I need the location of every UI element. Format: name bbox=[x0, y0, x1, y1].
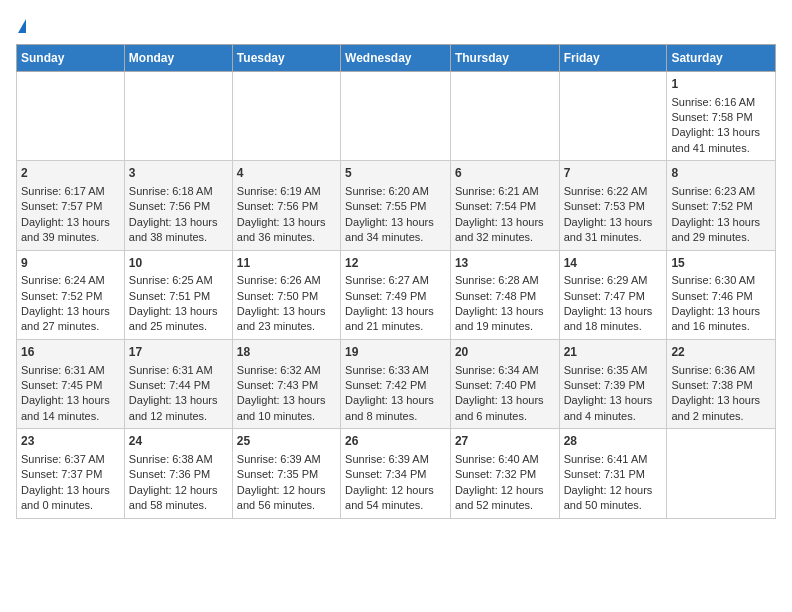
day-info: Sunrise: 6:20 AM bbox=[345, 184, 446, 199]
day-info: and 32 minutes. bbox=[455, 230, 555, 245]
calendar-week-row: 16Sunrise: 6:31 AMSunset: 7:45 PMDayligh… bbox=[17, 339, 776, 428]
day-info: and 16 minutes. bbox=[671, 319, 771, 334]
day-number: 1 bbox=[671, 76, 771, 93]
day-info: Daylight: 13 hours bbox=[671, 215, 771, 230]
day-number: 26 bbox=[345, 433, 446, 450]
day-number: 18 bbox=[237, 344, 336, 361]
day-info: Sunset: 7:37 PM bbox=[21, 467, 120, 482]
day-info: Sunset: 7:57 PM bbox=[21, 199, 120, 214]
day-info: Sunrise: 6:23 AM bbox=[671, 184, 771, 199]
logo bbox=[16, 16, 26, 36]
day-info: Sunrise: 6:39 AM bbox=[345, 452, 446, 467]
day-info: Sunrise: 6:18 AM bbox=[129, 184, 228, 199]
day-info: Sunrise: 6:26 AM bbox=[237, 273, 336, 288]
day-info: Daylight: 13 hours bbox=[129, 393, 228, 408]
calendar-week-row: 2Sunrise: 6:17 AMSunset: 7:57 PMDaylight… bbox=[17, 161, 776, 250]
day-number: 5 bbox=[345, 165, 446, 182]
day-info: Sunset: 7:45 PM bbox=[21, 378, 120, 393]
day-info: and 10 minutes. bbox=[237, 409, 336, 424]
day-info: Sunset: 7:51 PM bbox=[129, 289, 228, 304]
day-info: Daylight: 13 hours bbox=[564, 215, 663, 230]
calendar-table: SundayMondayTuesdayWednesdayThursdayFrid… bbox=[16, 44, 776, 519]
day-number: 17 bbox=[129, 344, 228, 361]
calendar-cell: 9Sunrise: 6:24 AMSunset: 7:52 PMDaylight… bbox=[17, 250, 125, 339]
day-info: Sunset: 7:35 PM bbox=[237, 467, 336, 482]
calendar-week-row: 9Sunrise: 6:24 AMSunset: 7:52 PMDaylight… bbox=[17, 250, 776, 339]
day-info: and 4 minutes. bbox=[564, 409, 663, 424]
page-header bbox=[16, 16, 776, 36]
day-info: Sunrise: 6:31 AM bbox=[129, 363, 228, 378]
day-number: 23 bbox=[21, 433, 120, 450]
calendar-cell: 26Sunrise: 6:39 AMSunset: 7:34 PMDayligh… bbox=[341, 429, 451, 518]
day-info: and 6 minutes. bbox=[455, 409, 555, 424]
day-info: and 8 minutes. bbox=[345, 409, 446, 424]
day-info: Sunset: 7:32 PM bbox=[455, 467, 555, 482]
day-number: 6 bbox=[455, 165, 555, 182]
day-info: Daylight: 12 hours bbox=[237, 483, 336, 498]
calendar-cell: 18Sunrise: 6:32 AMSunset: 7:43 PMDayligh… bbox=[232, 339, 340, 428]
day-number: 3 bbox=[129, 165, 228, 182]
day-info: Sunset: 7:58 PM bbox=[671, 110, 771, 125]
column-header-monday: Monday bbox=[124, 44, 232, 71]
calendar-cell: 13Sunrise: 6:28 AMSunset: 7:48 PMDayligh… bbox=[450, 250, 559, 339]
day-info: Daylight: 13 hours bbox=[671, 304, 771, 319]
day-info: Sunrise: 6:31 AM bbox=[21, 363, 120, 378]
day-info: Daylight: 13 hours bbox=[237, 215, 336, 230]
day-info: and 52 minutes. bbox=[455, 498, 555, 513]
day-info: Sunset: 7:56 PM bbox=[237, 199, 336, 214]
day-info: Sunset: 7:54 PM bbox=[455, 199, 555, 214]
day-info: and 34 minutes. bbox=[345, 230, 446, 245]
day-number: 10 bbox=[129, 255, 228, 272]
day-info: Sunset: 7:53 PM bbox=[564, 199, 663, 214]
column-header-thursday: Thursday bbox=[450, 44, 559, 71]
day-info: Sunset: 7:50 PM bbox=[237, 289, 336, 304]
day-info: Daylight: 12 hours bbox=[345, 483, 446, 498]
day-info: and 14 minutes. bbox=[21, 409, 120, 424]
day-info: and 12 minutes. bbox=[129, 409, 228, 424]
day-info: Daylight: 13 hours bbox=[345, 215, 446, 230]
day-info: and 39 minutes. bbox=[21, 230, 120, 245]
day-info: Sunrise: 6:19 AM bbox=[237, 184, 336, 199]
calendar-cell: 19Sunrise: 6:33 AMSunset: 7:42 PMDayligh… bbox=[341, 339, 451, 428]
day-info: Sunrise: 6:29 AM bbox=[564, 273, 663, 288]
day-info: Daylight: 12 hours bbox=[564, 483, 663, 498]
day-info: and 18 minutes. bbox=[564, 319, 663, 334]
day-info: Sunset: 7:31 PM bbox=[564, 467, 663, 482]
day-info: Daylight: 13 hours bbox=[455, 215, 555, 230]
day-info: Sunrise: 6:33 AM bbox=[345, 363, 446, 378]
day-number: 13 bbox=[455, 255, 555, 272]
day-info: Sunset: 7:49 PM bbox=[345, 289, 446, 304]
calendar-cell bbox=[667, 429, 776, 518]
calendar-cell: 7Sunrise: 6:22 AMSunset: 7:53 PMDaylight… bbox=[559, 161, 667, 250]
calendar-cell: 17Sunrise: 6:31 AMSunset: 7:44 PMDayligh… bbox=[124, 339, 232, 428]
column-header-friday: Friday bbox=[559, 44, 667, 71]
day-info: and 29 minutes. bbox=[671, 230, 771, 245]
day-info: and 36 minutes. bbox=[237, 230, 336, 245]
day-info: Sunset: 7:48 PM bbox=[455, 289, 555, 304]
day-number: 2 bbox=[21, 165, 120, 182]
calendar-header-row: SundayMondayTuesdayWednesdayThursdayFrid… bbox=[17, 44, 776, 71]
day-info: Daylight: 13 hours bbox=[671, 393, 771, 408]
day-info: Sunrise: 6:37 AM bbox=[21, 452, 120, 467]
day-number: 8 bbox=[671, 165, 771, 182]
day-info: and 38 minutes. bbox=[129, 230, 228, 245]
day-info: Sunrise: 6:39 AM bbox=[237, 452, 336, 467]
day-info: Sunrise: 6:16 AM bbox=[671, 95, 771, 110]
day-number: 9 bbox=[21, 255, 120, 272]
day-info: Sunrise: 6:22 AM bbox=[564, 184, 663, 199]
calendar-cell bbox=[559, 71, 667, 160]
day-info: Daylight: 13 hours bbox=[345, 393, 446, 408]
day-info: Sunset: 7:46 PM bbox=[671, 289, 771, 304]
calendar-cell: 8Sunrise: 6:23 AMSunset: 7:52 PMDaylight… bbox=[667, 161, 776, 250]
calendar-cell: 12Sunrise: 6:27 AMSunset: 7:49 PMDayligh… bbox=[341, 250, 451, 339]
day-info: Sunrise: 6:30 AM bbox=[671, 273, 771, 288]
calendar-cell: 27Sunrise: 6:40 AMSunset: 7:32 PMDayligh… bbox=[450, 429, 559, 518]
day-info: Sunrise: 6:35 AM bbox=[564, 363, 663, 378]
calendar-cell: 4Sunrise: 6:19 AMSunset: 7:56 PMDaylight… bbox=[232, 161, 340, 250]
day-info: Daylight: 13 hours bbox=[129, 215, 228, 230]
day-number: 25 bbox=[237, 433, 336, 450]
column-header-wednesday: Wednesday bbox=[341, 44, 451, 71]
day-number: 20 bbox=[455, 344, 555, 361]
day-info: Daylight: 13 hours bbox=[21, 304, 120, 319]
day-info: Daylight: 12 hours bbox=[129, 483, 228, 498]
